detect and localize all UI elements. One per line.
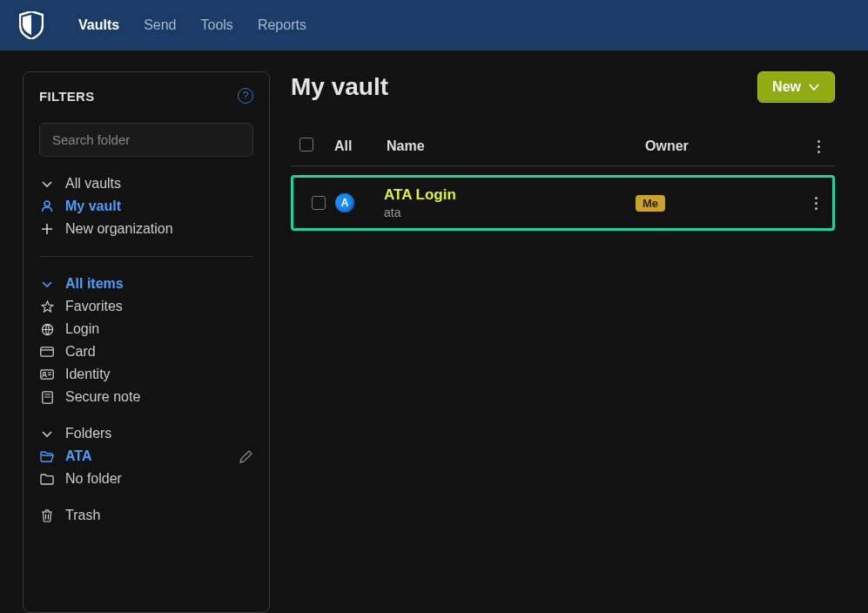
svg-rect-4: [41, 370, 53, 379]
sidebar-item-label: Login: [65, 321, 99, 337]
sidebar-item-label: Secure note: [65, 389, 140, 405]
sidebar-no-folder[interactable]: No folder: [39, 468, 253, 490]
table-row-highlighted: A ATA Login ata Me: [291, 175, 835, 231]
person-icon: [39, 199, 55, 214]
sidebar-item-label: My vault: [65, 199, 121, 214]
trash-icon: [39, 508, 55, 523]
folder-open-icon: [39, 448, 55, 464]
plus-icon: [39, 221, 55, 237]
sidebar-item-label: New organization: [65, 221, 173, 237]
card-icon: [39, 344, 55, 360]
svg-point-0: [44, 201, 50, 206]
edit-folder-icon[interactable]: [238, 448, 253, 464]
sidebar-trash[interactable]: Trash: [39, 504, 253, 527]
chevron-down-icon: [39, 276, 55, 292]
sidebar-item-label: ATA: [65, 448, 92, 464]
search-input[interactable]: [39, 123, 253, 157]
sidebar-card[interactable]: Card: [39, 340, 253, 363]
top-nav: Vaults Send Tools Reports: [0, 0, 868, 51]
new-button[interactable]: New: [757, 71, 835, 103]
sidebar-item-label: Folders: [65, 426, 111, 441]
app-logo: [17, 10, 45, 41]
row-checkbox[interactable]: [312, 196, 326, 210]
sidebar-all-vaults[interactable]: All vaults: [39, 172, 253, 195]
sidebar-item-label: Card: [65, 344, 96, 360]
filters-title: FILTERS: [39, 89, 94, 104]
column-all[interactable]: All: [334, 138, 352, 153]
items-table: All Name Owner: [291, 127, 835, 166]
header-more-icon[interactable]: [811, 138, 826, 154]
globe-icon: [39, 321, 55, 337]
svg-point-5: [43, 372, 45, 374]
nav-vaults[interactable]: Vaults: [78, 17, 119, 33]
chevron-down-icon: [39, 176, 55, 192]
sidebar-item-label: Favorites: [65, 299, 123, 314]
note-icon: [39, 389, 55, 405]
divider: [39, 256, 253, 257]
sidebar-identity[interactable]: Identity: [39, 363, 253, 386]
main-content: My vault New All Name Owner: [291, 71, 868, 613]
nav-send[interactable]: Send: [144, 17, 176, 33]
sidebar-my-vault[interactable]: My vault: [39, 195, 253, 218]
column-name: Name: [387, 138, 425, 153]
chevron-down-icon: [808, 83, 820, 91]
column-owner: Owner: [645, 138, 689, 153]
svg-rect-2: [41, 347, 53, 356]
sidebar-item-label: All vaults: [65, 176, 121, 192]
nav-tools[interactable]: Tools: [201, 17, 233, 33]
nav-reports[interactable]: Reports: [258, 17, 306, 33]
sidebar: FILTERS ? All vaults My vault: [23, 71, 270, 613]
sidebar-folders-header[interactable]: Folders: [39, 422, 253, 445]
sidebar-item-label: Identity: [65, 367, 111, 382]
item-name[interactable]: ATA Login: [384, 186, 636, 204]
row-more-icon[interactable]: [808, 195, 824, 211]
sidebar-item-label: Trash: [65, 508, 100, 523]
sidebar-item-label: No folder: [65, 471, 122, 487]
owner-badge: Me: [636, 195, 665, 212]
sidebar-secure-note[interactable]: Secure note: [39, 386, 253, 408]
chevron-down-icon: [39, 426, 55, 441]
sidebar-all-items[interactable]: All items: [39, 273, 253, 295]
folder-icon: [39, 471, 55, 487]
new-button-label: New: [772, 79, 801, 95]
item-subtitle: ata: [384, 205, 636, 219]
page-title: My vault: [291, 73, 388, 101]
sidebar-item-label: All items: [65, 276, 124, 292]
shield-icon: [19, 11, 44, 39]
table-row[interactable]: A ATA Login ata Me: [293, 178, 832, 228]
sidebar-folder-ata[interactable]: ATA: [39, 445, 92, 468]
select-all-checkbox[interactable]: [299, 138, 313, 152]
help-icon[interactable]: ?: [238, 88, 253, 104]
id-icon: [39, 367, 55, 382]
sidebar-login[interactable]: Login: [39, 318, 253, 340]
item-avatar-icon: A: [335, 193, 354, 212]
star-icon: [39, 299, 55, 314]
sidebar-new-org[interactable]: New organization: [39, 218, 253, 240]
sidebar-favorites[interactable]: Favorites: [39, 295, 253, 318]
